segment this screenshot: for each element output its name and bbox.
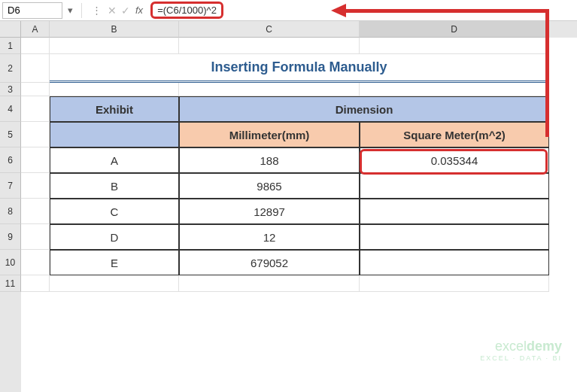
name-box-dropdown-icon[interactable]: ▾ — [65, 5, 75, 16]
row-4: Exhibit Dimension — [21, 96, 577, 122]
cell-a9[interactable] — [21, 224, 50, 250]
watermark-tagline: EXCEL · DATA · BI — [480, 354, 562, 362]
col-header-a[interactable]: A — [21, 21, 50, 38]
cell-d3[interactable] — [360, 83, 549, 96]
col-header-b[interactable]: B — [50, 21, 179, 38]
cells: Inserting Formula Manually Exhibit Dimen… — [21, 38, 577, 292]
row-header-1[interactable]: 1 — [0, 38, 21, 54]
row-header-4[interactable]: 4 — [0, 96, 21, 122]
cell-c11[interactable] — [179, 275, 360, 292]
select-all-corner[interactable] — [0, 21, 21, 38]
row-header-5[interactable]: 5 — [0, 122, 21, 147]
cell-d1[interactable] — [360, 38, 549, 54]
header-mm[interactable]: Millimeter(mm) — [179, 122, 360, 147]
separator — [81, 3, 82, 18]
header-m2[interactable]: Square Meter(m^2) — [360, 122, 549, 147]
cell-c1[interactable] — [179, 38, 360, 54]
cell-c9[interactable]: 12 — [179, 224, 360, 250]
row-6: A 188 0.035344 — [21, 147, 577, 173]
formula-text: =(C6/1000)^2 — [150, 2, 223, 19]
watermark-brand2: demy — [527, 339, 562, 354]
cell-b7[interactable]: B — [50, 173, 179, 199]
cell-b11[interactable] — [50, 275, 179, 292]
header-exhibit[interactable]: Exhibit — [50, 96, 179, 122]
cell-c8[interactable]: 12897 — [179, 199, 360, 224]
cancel-icon[interactable]: ✕ — [105, 5, 119, 17]
cell-a7[interactable] — [21, 173, 50, 199]
cell-a2[interactable] — [21, 54, 50, 83]
row-2: Inserting Formula Manually — [21, 54, 577, 83]
header-dimension[interactable]: Dimension — [179, 96, 549, 122]
row-header-7[interactable]: 7 — [0, 173, 21, 199]
cell-a10[interactable] — [21, 250, 50, 275]
col-header-d[interactable]: D — [360, 21, 549, 38]
cell-a11[interactable] — [21, 275, 50, 292]
cell-b9[interactable]: D — [50, 224, 179, 250]
cell-a1[interactable] — [21, 38, 50, 54]
cell-c6[interactable]: 188 — [179, 147, 360, 173]
cell-d7[interactable] — [360, 173, 549, 199]
annotation-arrow-line-v — [545, 9, 549, 137]
watermark: exceldemy EXCEL · DATA · BI — [480, 339, 562, 362]
row-9: D 12 — [21, 224, 577, 250]
row-11 — [21, 275, 577, 292]
grid-area: 1 2 3 4 5 6 7 8 9 10 11 A B C D — [0, 21, 577, 392]
row-header-2[interactable]: 2 — [0, 54, 21, 83]
cell-a4[interactable] — [21, 96, 50, 122]
cell-a3[interactable] — [21, 83, 50, 96]
watermark-brand: exceldemy — [480, 339, 562, 354]
row-header-11[interactable]: 11 — [0, 275, 21, 292]
row-header-6[interactable]: 6 — [0, 147, 21, 173]
column-headers: A B C D — [21, 21, 577, 38]
fx-icon[interactable]: fx — [132, 5, 149, 16]
row-5: Millimeter(mm) Square Meter(m^2) — [21, 122, 577, 147]
cell-c3[interactable] — [179, 83, 360, 96]
cell-c10[interactable]: 679052 — [179, 250, 360, 275]
title-cell[interactable]: Inserting Formula Manually — [50, 54, 549, 83]
row-7: B 9865 — [21, 173, 577, 199]
row-header-8[interactable]: 8 — [0, 199, 21, 224]
cell-d11[interactable] — [360, 275, 549, 292]
cell-d9[interactable] — [360, 224, 549, 250]
row-header-3[interactable]: 3 — [0, 83, 21, 96]
annotation-arrow-line — [346, 9, 549, 13]
cell-b6[interactable]: A — [50, 147, 179, 173]
name-box[interactable]: D6 — [2, 2, 62, 19]
confirm-icon[interactable]: ✓ — [119, 5, 132, 17]
row-1 — [21, 38, 577, 54]
annotation-arrow-head — [331, 4, 346, 17]
cell-a6[interactable] — [21, 147, 50, 173]
name-box-value: D6 — [8, 5, 20, 16]
cell-d8[interactable] — [360, 199, 549, 224]
cell-b1[interactable] — [50, 38, 179, 54]
cell-c7[interactable]: 9865 — [179, 173, 360, 199]
cell-b8[interactable]: C — [50, 199, 179, 224]
cell-a5[interactable] — [21, 122, 50, 147]
cell-b3[interactable] — [50, 83, 179, 96]
row-10: E 679052 — [21, 250, 577, 275]
sheet: A B C D Inserting Formula Manually — [21, 21, 577, 392]
cell-b10[interactable]: E — [50, 250, 179, 275]
expand-icon[interactable]: ⋮ — [88, 5, 105, 16]
cell-d6[interactable]: 0.035344 — [360, 147, 549, 173]
row-header-10[interactable]: 10 — [0, 250, 21, 275]
cell-d10[interactable] — [360, 250, 549, 275]
col-header-c[interactable]: C — [179, 21, 360, 38]
header-blank[interactable] — [50, 122, 179, 147]
cell-a8[interactable] — [21, 199, 50, 224]
watermark-brand1: excel — [495, 339, 527, 354]
row-header-9[interactable]: 9 — [0, 224, 21, 250]
row-8: C 12897 — [21, 199, 577, 224]
row-headers: 1 2 3 4 5 6 7 8 9 10 11 — [0, 21, 21, 392]
row-3 — [21, 83, 577, 96]
